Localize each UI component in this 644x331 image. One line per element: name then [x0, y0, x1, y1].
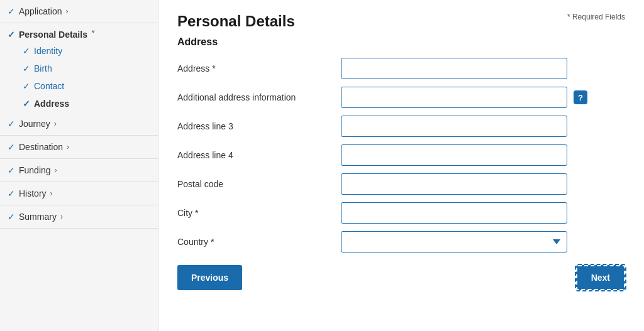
sidebar-item-funding[interactable]: ✓ Funding › [0, 159, 158, 182]
contact-link[interactable]: Contact [34, 81, 64, 91]
identity-link[interactable]: Identity [34, 46, 62, 56]
sidebar-item-birth[interactable]: ✓ Birth [18, 60, 158, 77]
required-note: * Required Fields [567, 13, 625, 21]
sidebar-item-label: Funding [19, 165, 51, 175]
check-icon: ✓ [8, 212, 15, 222]
arrow-icon: › [50, 189, 53, 198]
address-label: Address [34, 99, 69, 109]
arrow-icon: › [66, 7, 69, 16]
arrow-icon: ˅ [91, 30, 95, 39]
address-line-4-label: Address line 4 [177, 150, 341, 160]
main-content: * Required Fields Personal Details Addre… [158, 0, 644, 331]
additional-address-input[interactable] [341, 87, 567, 108]
previous-button[interactable]: Previous [177, 265, 242, 290]
address-input[interactable] [341, 58, 567, 79]
field-row-additional-address: Additional address information ? [177, 87, 625, 108]
sidebar-item-destination[interactable]: ✓ Destination › [0, 136, 158, 159]
section-title: Address [177, 36, 625, 48]
country-label: Country * [177, 237, 341, 247]
check-icon: ✓ [8, 30, 15, 40]
city-input[interactable] [341, 202, 567, 224]
sidebar-item-label: Personal Details [19, 30, 87, 40]
sidebar-item-journey[interactable]: ✓ Journey › [0, 112, 158, 136]
arrow-icon: › [55, 166, 57, 175]
birth-link[interactable]: Birth [34, 63, 52, 73]
check-icon: ✓ [8, 165, 15, 175]
check-icon: ✓ [8, 119, 15, 129]
postal-code-label: Postal code [177, 179, 341, 189]
form-actions: Previous Next [177, 265, 625, 296]
sidebar-item-history[interactable]: ✓ History › [0, 182, 158, 205]
check-icon: ✓ [23, 46, 30, 56]
check-icon: ✓ [23, 63, 30, 73]
field-row-postal-code: Postal code [177, 173, 625, 195]
sidebar: ✓ Application › ✓ Personal Details ˅ ✓ I… [0, 0, 158, 331]
field-row-address-line-3: Address line 3 [177, 116, 625, 137]
next-button[interactable]: Next [576, 265, 625, 290]
address-line-3-label: Address line 3 [177, 121, 341, 131]
sidebar-item-contact[interactable]: ✓ Contact [18, 77, 158, 95]
address-label: Address * [177, 63, 341, 73]
city-label: City * [177, 208, 341, 218]
address-line-4-input[interactable] [341, 144, 567, 166]
arrow-icon: › [54, 119, 57, 128]
arrow-icon: › [60, 212, 63, 221]
sidebar-item-address[interactable]: ✓ Address [18, 95, 158, 112]
field-row-address-line-4: Address line 4 [177, 144, 625, 166]
sidebar-item-application[interactable]: ✓ Application › [0, 0, 158, 23]
page-title: Personal Details [177, 13, 625, 30]
check-icon: ✓ [23, 81, 30, 91]
personal-details-subnav: ✓ Identity ✓ Birth ✓ Contact ✓ Address [0, 42, 158, 112]
sidebar-item-label: Destination [19, 142, 63, 152]
sidebar-item-personal-details[interactable]: ✓ Personal Details ˅ [0, 23, 158, 42]
additional-address-label: Additional address information [177, 92, 341, 102]
field-row-address: Address * [177, 58, 625, 79]
check-icon: ✓ [8, 188, 15, 198]
field-row-city: City * [177, 202, 625, 224]
help-icon[interactable]: ? [574, 90, 587, 104]
sidebar-item-label: Summary [19, 212, 57, 222]
postal-code-input[interactable] [341, 173, 567, 195]
sidebar-item-label: Journey [19, 119, 50, 129]
arrow-icon: › [67, 143, 69, 151]
sidebar-item-label: History [19, 188, 47, 198]
country-select[interactable] [341, 231, 567, 252]
sidebar-item-summary[interactable]: ✓ Summary › [0, 205, 158, 229]
address-line-3-input[interactable] [341, 116, 567, 137]
sidebar-item-label: Application [19, 6, 62, 16]
check-icon: ✓ [23, 99, 30, 109]
field-row-country: Country * [177, 231, 625, 252]
check-icon: ✓ [8, 6, 15, 16]
sidebar-item-identity[interactable]: ✓ Identity [18, 42, 158, 60]
check-icon: ✓ [8, 142, 15, 152]
